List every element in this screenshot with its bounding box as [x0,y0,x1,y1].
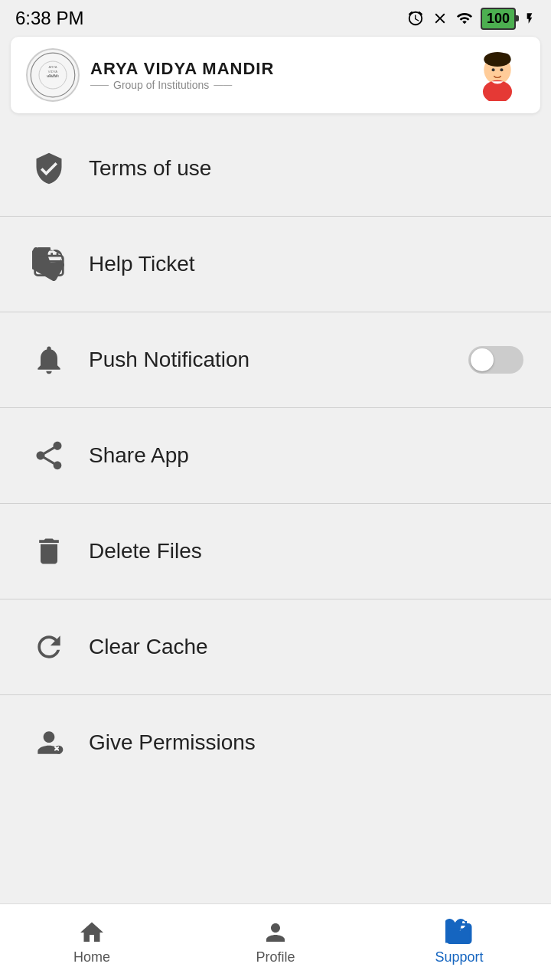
svg-text:VIDYA: VIDYA [48,70,57,74]
user-avatar[interactable] [470,47,525,103]
header-text-block: ARYA VIDYA MANDIR Group of Institutions [90,59,274,91]
bell-icon [28,338,70,381]
bottom-navigation: Home Profile Support [0,903,551,980]
profile-nav-icon [262,919,289,946]
menu-item-deletefiles[interactable]: Delete Files [0,504,551,599]
school-name: ARYA VIDYA MANDIR [90,59,274,79]
charging-icon [523,10,536,27]
nav-support-label: Support [435,949,483,965]
nav-profile-label: Profile [256,949,295,965]
close-icon [432,10,448,27]
share-icon [28,434,70,477]
alarm-icon [407,10,424,27]
shareapp-label: Share App [89,443,189,468]
logo-svg: AVM ARYA VIDYA MANDIR [30,52,76,98]
givepermissions-label: Give Permissions [89,730,256,755]
clearcache-label: Clear Cache [89,635,208,659]
toggle-right[interactable] [468,346,523,374]
wifi-icon [456,10,473,27]
svg-text:MANDIR: MANDIR [47,74,60,78]
nav-item-support[interactable]: Support [367,919,551,965]
user-settings-icon [28,721,70,764]
menu-item-shareapp[interactable]: Share App [0,408,551,504]
home-nav-icon [78,919,106,946]
refresh-icon [28,626,70,668]
avatar-svg [471,49,523,101]
trash-icon [28,530,70,573]
nav-item-profile[interactable]: Profile [184,919,367,965]
menu-item-givepermissions[interactable]: Give Permissions [0,695,551,790]
menu-item-helpticket[interactable]: Help Ticket [0,217,551,312]
svg-point-10 [500,68,503,71]
toggle-thumb [471,348,494,371]
terms-label: Terms of use [89,156,211,181]
support-nav-icon [445,919,473,946]
battery-indicator: 100 [481,8,516,30]
status-icons: 100 [407,8,536,30]
push-notification-toggle[interactable] [468,346,523,374]
menu-item-terms[interactable]: Terms of use [0,121,551,217]
svg-text:ARYA: ARYA [48,65,57,69]
helpticket-label: Help Ticket [89,252,195,276]
pushnotification-label: Push Notification [89,348,249,372]
school-subtitle: Group of Institutions [90,79,274,91]
shield-check-icon [28,147,70,190]
menu-item-pushnotification[interactable]: Push Notification [0,312,551,408]
svg-point-8 [484,52,510,67]
ticket-icon [28,243,70,286]
status-time: 6:38 PM [15,8,83,29]
svg-point-9 [492,68,495,71]
header-logo-section: AVM ARYA VIDYA MANDIR ARYA VIDYA MANDIR … [26,48,274,102]
status-bar: 6:38 PM 100 [0,0,551,37]
school-logo: AVM ARYA VIDYA MANDIR [26,48,80,102]
menu-list: Terms of use Help Ticket Push Notificati… [0,121,551,790]
menu-item-clearcache[interactable]: Clear Cache [0,599,551,695]
nav-item-home[interactable]: Home [0,919,184,965]
app-header: AVM ARYA VIDYA MANDIR ARYA VIDYA MANDIR … [11,37,540,113]
deletefiles-label: Delete Files [89,539,202,564]
nav-home-label: Home [73,949,110,965]
